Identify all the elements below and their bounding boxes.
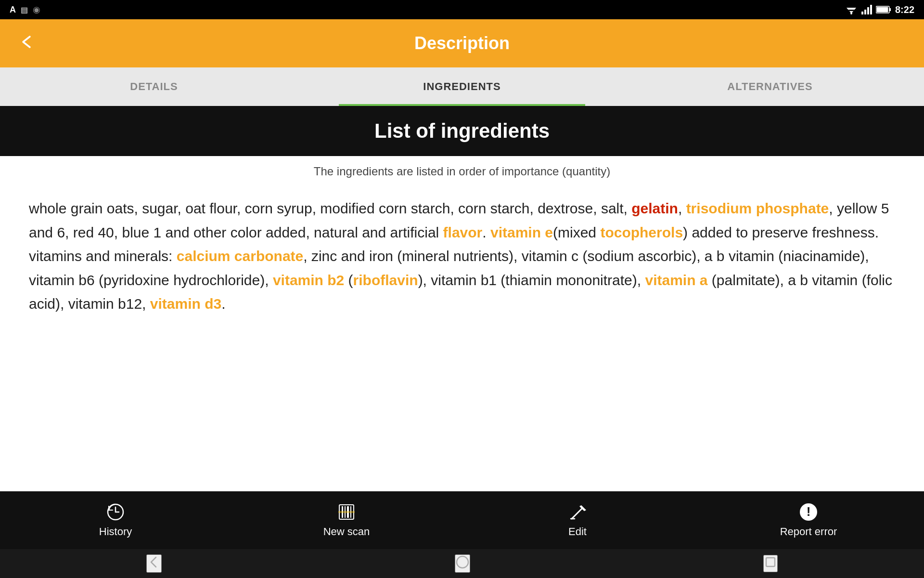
svg-point-3 [850, 13, 852, 14]
edit-label: Edit [568, 525, 587, 538]
app-bar: Description [0, 19, 924, 67]
ingredients-title: List of ingredients [19, 119, 905, 143]
status-icons-right: 8:22 [845, 4, 914, 15]
back-button[interactable] [14, 28, 41, 58]
svg-rect-5 [864, 10, 866, 14]
home-sys-button[interactable] [455, 554, 470, 573]
nav-edit[interactable]: Edit [462, 502, 693, 538]
ingredients-body: whole grain oats, sugar, oat flour, corn… [0, 187, 924, 335]
tocopherols-highlight: tocopherols [600, 224, 683, 240]
ingredients-header: List of ingredients [0, 106, 924, 156]
tab-bar: DETAILS INGREDIENTS ALTERNATIVES [0, 67, 924, 106]
report-icon: ! [799, 502, 818, 522]
wifi-icon [845, 5, 858, 14]
circle-icon: ◉ [33, 4, 40, 15]
bottom-nav: History New scan Edit ! Report error [0, 491, 924, 549]
svg-rect-10 [876, 7, 888, 13]
status-icons-left: A ▤ ◉ [10, 4, 40, 15]
tab-alternatives[interactable]: ALTERNATIVES [616, 67, 924, 106]
scan-icon [337, 502, 356, 522]
page-title: Description [414, 33, 510, 53]
svg-rect-7 [870, 5, 872, 14]
riboflavin-highlight: riboflavin [353, 272, 418, 288]
signal-icon [861, 5, 872, 14]
svg-text:!: ! [807, 504, 811, 519]
vitamin-e-highlight: vitamin e [490, 224, 553, 240]
tab-ingredients[interactable]: INGREDIENTS [308, 67, 616, 106]
svg-point-23 [457, 556, 468, 568]
tab-details[interactable]: DETAILS [0, 67, 308, 106]
svg-rect-17 [338, 511, 355, 513]
recents-sys-button[interactable] [763, 555, 778, 572]
svg-rect-24 [766, 558, 775, 566]
calcium-carbonate-highlight: calcium carbonate [177, 248, 303, 264]
vitamin-b2-highlight: vitamin b2 [273, 272, 344, 288]
a-icon: A [10, 5, 16, 15]
ingredients-subtitle: The ingredients are listed in order of i… [0, 156, 924, 187]
nav-history[interactable]: History [0, 502, 231, 538]
svg-rect-6 [867, 7, 869, 14]
history-label: History [99, 525, 132, 538]
back-sys-button[interactable] [146, 554, 162, 573]
ingredients-paragraph: whole grain oats, sugar, oat flour, corn… [29, 197, 895, 316]
report-error-label: Report error [780, 525, 837, 538]
time-display: 8:22 [895, 4, 914, 15]
vitamin-d3-highlight: vitamin d3 [150, 296, 221, 312]
vitamin-a-highlight: vitamin a [645, 272, 707, 288]
main-content: List of ingredients The ingredients are … [0, 106, 924, 491]
gelatin-highlight: gelatin [631, 200, 678, 216]
trisodium-phosphate-highlight: trisodium phosphate [686, 200, 829, 216]
edit-icon [568, 502, 587, 522]
sim-icon: ▤ [21, 5, 28, 14]
svg-line-18 [572, 508, 582, 519]
nav-new-scan[interactable]: New scan [231, 502, 462, 538]
svg-rect-4 [861, 12, 863, 14]
status-bar: A ▤ ◉ 8:22 [0, 0, 924, 19]
svg-rect-9 [889, 8, 891, 11]
system-nav [0, 549, 924, 578]
battery-icon [876, 6, 891, 13]
flavor-highlight: flavor [443, 224, 483, 240]
nav-report-error[interactable]: ! Report error [693, 502, 924, 538]
history-icon [106, 502, 125, 522]
new-scan-label: New scan [323, 525, 370, 538]
